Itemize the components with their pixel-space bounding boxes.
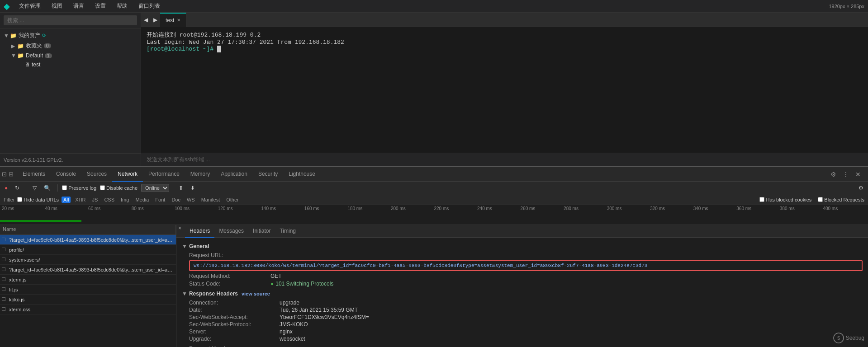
tree-item-test[interactable]: 🖥 test	[0, 60, 141, 69]
request-row-7[interactable]: ☐ xterm.css	[0, 305, 176, 314]
filter-other[interactable]: Other	[224, 197, 241, 203]
tab-sources[interactable]: Sources	[81, 167, 112, 182]
blocked-requests-checkbox[interactable]: Blocked Requests	[818, 197, 864, 202]
timing-tab-label: Timing	[280, 228, 296, 234]
tab-prev-icon[interactable]: ◀	[141, 17, 151, 23]
devtools-tabs: ⊡ ⊞ Elements Console Sources Network Per…	[0, 167, 868, 182]
tree-item-favorites[interactable]: ▶ 📁 收藏夹 0	[0, 41, 141, 51]
detail-close-button[interactable]: ×	[178, 225, 181, 237]
blocked-requests-label: Blocked Requests	[824, 197, 864, 202]
filter-xhr[interactable]: XHR	[73, 197, 87, 203]
row-icon: ☐	[0, 247, 7, 253]
filter-img[interactable]: Img	[119, 197, 131, 203]
tl-label-360: 360 ms	[736, 206, 780, 211]
menu-view[interactable]: 视图	[50, 1, 64, 11]
disable-cache-input[interactable]	[100, 185, 105, 190]
tl-label-100: 100 ms	[175, 206, 218, 211]
preserve-log-input[interactable]	[62, 185, 67, 190]
disable-cache-checkbox[interactable]: Disable cache	[100, 185, 138, 191]
window-size: 1920px × 285px	[829, 4, 864, 9]
request-rows: ☐ ?target_id=fac9cfc0-b8f1-4aa5-9893-b8f…	[0, 235, 176, 347]
row-icon: ☐	[0, 277, 7, 282]
devtools-pointer-icon[interactable]: ⊡	[2, 171, 7, 178]
tab-memory[interactable]: Memory	[185, 167, 215, 182]
response-headers-section-header[interactable]: ▼ Response Headers view source	[182, 291, 863, 297]
detail-tab-headers[interactable]: Headers	[185, 225, 214, 238]
blocked-requests-input[interactable]	[818, 197, 823, 202]
arrow-icon: ▼	[4, 33, 9, 39]
filter-font[interactable]: Font	[153, 197, 167, 203]
devtools-more-icon[interactable]: ⋮	[841, 170, 851, 179]
has-blocked-cookies-input[interactable]	[759, 197, 764, 202]
refresh-button[interactable]: ↻	[13, 184, 21, 192]
terminal-tab-test[interactable]: test ✕	[160, 13, 186, 27]
tab-next-icon[interactable]: ▶	[151, 17, 160, 23]
request-row-5[interactable]: ☐ fit.js	[0, 285, 176, 295]
section-arrow-icon: ▼	[182, 291, 187, 297]
devtools-close-icon[interactable]: ✕	[854, 170, 863, 179]
throttle-select[interactable]: Online	[141, 184, 169, 192]
filter-media[interactable]: Media	[133, 197, 151, 203]
tab-security[interactable]: Security	[253, 167, 283, 182]
devtools-settings-icon[interactable]: ⚙	[829, 170, 838, 179]
detail-tab-messages[interactable]: Messages	[214, 225, 248, 238]
export-icon[interactable]: ⬇	[189, 184, 197, 192]
has-blocked-cookies-checkbox[interactable]: Has blocked cookies	[759, 197, 811, 202]
seebug-label: Seebug	[846, 335, 864, 341]
search-icon[interactable]: 🔍	[42, 184, 52, 192]
tab-close-icon[interactable]: ✕	[177, 18, 180, 23]
request-row-3[interactable]: ☐ ?target_id=fac9cfc0-b8f1-4aa5-9893-b8f…	[0, 265, 176, 275]
hide-data-urls-input[interactable]	[17, 197, 22, 202]
tab-elements[interactable]: Elements	[17, 167, 51, 182]
detail-tab-initiator[interactable]: Initiator	[248, 225, 275, 238]
request-row-6[interactable]: ☐ koko.js	[0, 295, 176, 305]
request-row-0[interactable]: ☐ ?target_id=fac9cfc0-b8f1-4aa5-9893-b8f…	[0, 235, 176, 245]
filter-manifest[interactable]: Manifest	[199, 197, 222, 203]
row-name: xterm.js	[7, 277, 176, 282]
request-row-2[interactable]: ☐ system-users/	[0, 255, 176, 265]
menu-lang[interactable]: 语言	[71, 1, 86, 11]
tab-application[interactable]: Application	[215, 167, 253, 182]
tab-lighthouse[interactable]: Lighthouse	[283, 167, 321, 182]
general-section-header[interactable]: ▼ General	[182, 243, 863, 249]
filter-js[interactable]: JS	[90, 197, 100, 203]
filter-all[interactable]: All	[62, 197, 71, 203]
tl-label-280: 280 ms	[564, 206, 607, 211]
toolbar-settings-icon[interactable]: ⚙	[857, 184, 865, 192]
terminal-output[interactable]: 开始连接到 root@192.168.18.199 0.2 Last login…	[141, 27, 868, 153]
menu-window-list[interactable]: 窗口列表	[137, 1, 162, 11]
filter-ws[interactable]: WS	[185, 197, 197, 203]
folder-icon: 📁	[17, 43, 24, 49]
tree-item-default[interactable]: ▼ 📁 Default 1	[0, 51, 141, 60]
filter-doc[interactable]: Doc	[170, 197, 182, 203]
tab-lighthouse-label: Lighthouse	[289, 171, 315, 177]
request-row-1[interactable]: ☐ profile/	[0, 245, 176, 255]
tab-console[interactable]: Console	[51, 167, 81, 182]
status-code-val: 101 Switching Protocols	[275, 281, 333, 287]
tab-network[interactable]: Network	[112, 167, 143, 182]
menu-help[interactable]: 帮助	[115, 1, 129, 11]
request-url-value: ws://192.168.18.182:8080/koko/ws/termina…	[189, 260, 863, 271]
menu-file[interactable]: 文件管理	[17, 1, 43, 11]
request-row-4[interactable]: ☐ xterm.js	[0, 275, 176, 285]
devtools-inspect-icon[interactable]: ⊞	[9, 171, 14, 178]
request-list: Name ☐ ?target_id=fac9cfc0-b8f1-4aa5-989…	[0, 225, 176, 347]
filter-css[interactable]: CSS	[102, 197, 116, 203]
menu-settings[interactable]: 设置	[93, 1, 108, 11]
import-icon[interactable]: ⬆	[177, 184, 185, 192]
tree-item-my-assets[interactable]: ▼ 📁 我的资产 ⟳	[0, 30, 141, 41]
record-button[interactable]: ●	[3, 184, 9, 192]
filter-icon[interactable]: ▽	[31, 184, 38, 192]
view-source-link[interactable]: view source	[242, 291, 270, 296]
sidebar: ▼ 📁 我的资产 ⟳ ▶ 📁 收藏夹 0 ▼ 📁 Default 1	[0, 13, 141, 166]
search-input[interactable]	[4, 15, 137, 25]
seebug-watermark: S Seebug	[833, 333, 864, 343]
hide-data-urls-checkbox[interactable]: Hide data URLs	[17, 197, 59, 202]
arrow-icon: ▼	[11, 52, 16, 59]
row-name: xterm.css	[7, 307, 176, 312]
row-icon: ☐	[0, 237, 7, 243]
preserve-log-checkbox[interactable]: Preserve log	[62, 185, 96, 191]
tab-performance[interactable]: Performance	[143, 167, 185, 182]
refresh-icon[interactable]: ⟳	[42, 33, 46, 38]
detail-tab-timing[interactable]: Timing	[275, 225, 300, 238]
